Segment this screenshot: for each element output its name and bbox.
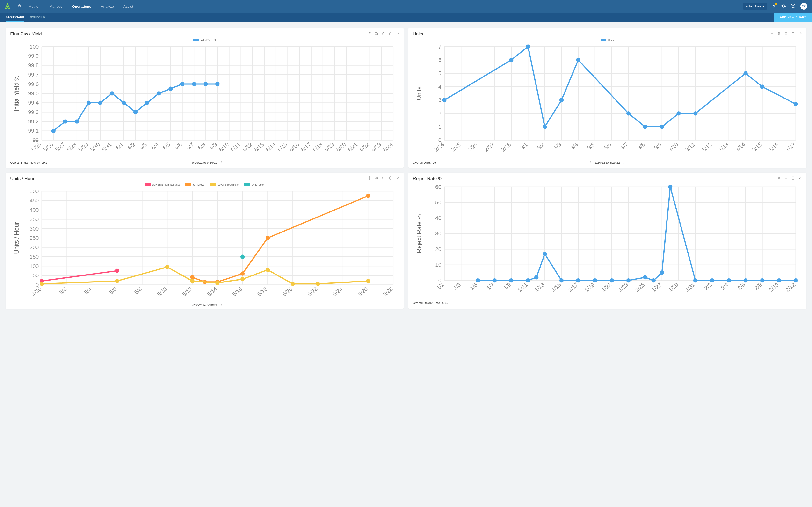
gear-icon[interactable]	[367, 32, 371, 37]
pin-icon[interactable]	[396, 32, 399, 37]
svg-text:3/11: 3/11	[684, 141, 696, 153]
svg-text:3: 3	[439, 97, 442, 103]
svg-text:1/9: 1/9	[502, 282, 512, 291]
svg-point-187	[369, 178, 370, 179]
clipboard-icon[interactable]	[389, 176, 392, 181]
clipboard-icon[interactable]	[791, 32, 795, 37]
svg-text:6/19: 6/19	[323, 141, 336, 153]
svg-text:2/6: 2/6	[737, 282, 746, 291]
svg-text:1/23: 1/23	[617, 282, 629, 293]
pin-icon[interactable]	[798, 176, 802, 181]
svg-rect-188	[376, 177, 378, 179]
gear-icon[interactable]	[770, 176, 774, 181]
svg-text:6/4: 6/4	[150, 141, 160, 151]
svg-text:6/20: 6/20	[335, 141, 347, 153]
chart-legend: Initial Yield %	[10, 39, 399, 42]
prev-range-icon[interactable]: 〈	[588, 160, 591, 165]
settings-icon[interactable]	[781, 3, 786, 9]
chart-card: First Pass Yield Initial Yield % 9999.19…	[6, 28, 404, 168]
svg-point-260	[291, 282, 295, 286]
filter-dropdown[interactable]: select filter ▾	[743, 3, 767, 10]
svg-text:3/4: 3/4	[569, 141, 579, 151]
svg-text:6/11: 6/11	[230, 141, 242, 153]
svg-text:50: 50	[435, 200, 441, 206]
svg-text:2/8: 2/8	[753, 282, 763, 291]
card-title: Units	[413, 32, 423, 37]
svg-point-348	[777, 278, 781, 283]
help-icon[interactable]: ?	[791, 3, 796, 9]
legend-item: Units	[601, 39, 614, 42]
trash-icon[interactable]	[784, 32, 788, 37]
home-icon[interactable]	[17, 4, 22, 9]
prev-range-icon[interactable]: 〈	[185, 160, 189, 165]
chart-summary: Overall Initial Yield %: 99.6	[10, 161, 48, 164]
tab-overview[interactable]: OVERVIEW	[30, 13, 45, 22]
svg-text:99.6: 99.6	[28, 81, 39, 87]
svg-text:3/1: 3/1	[519, 141, 529, 151]
svg-rect-266	[778, 177, 780, 179]
card-header: Units	[413, 32, 802, 37]
svg-text:3/3: 3/3	[553, 141, 562, 151]
svg-text:200: 200	[30, 244, 39, 250]
svg-text:3/9: 3/9	[653, 141, 663, 151]
gear-icon[interactable]	[367, 176, 371, 181]
svg-text:5/16: 5/16	[231, 286, 243, 297]
nav-item-operations[interactable]: Operations	[72, 4, 91, 8]
svg-text:6/21: 6/21	[347, 141, 359, 153]
clipboard-icon[interactable]	[389, 32, 392, 37]
chart-svg: 012345672/242/252/262/272/283/13/23/33/4…	[413, 43, 802, 158]
svg-text:5/2: 5/2	[58, 286, 68, 295]
copy-icon[interactable]	[777, 32, 781, 37]
svg-text:5/18: 5/18	[256, 286, 268, 297]
svg-text:5/24: 5/24	[332, 286, 344, 297]
svg-text:1/11: 1/11	[517, 282, 529, 293]
prev-range-icon[interactable]: 〈	[185, 303, 189, 307]
copy-icon[interactable]	[374, 176, 378, 181]
svg-point-263	[241, 255, 245, 259]
clipboard-icon[interactable]	[791, 176, 795, 181]
notifications-icon[interactable]	[772, 4, 776, 9]
chart-legend: Day Shift - MaintenanceJeff DreyerLevel …	[10, 183, 399, 186]
card-header: Units / Hour	[10, 176, 399, 181]
tab-dashboard[interactable]: DASHBOARD	[6, 13, 24, 22]
svg-text:5/28: 5/28	[66, 141, 78, 153]
svg-point-338	[626, 278, 631, 283]
trash-icon[interactable]	[382, 176, 385, 181]
copy-icon[interactable]	[374, 32, 378, 37]
svg-point-178	[576, 58, 580, 62]
card-footer: Overall Initial Yield %: 99.6〈5/25/22 to…	[10, 161, 399, 164]
add-new-chart-button[interactable]: ADD NEW CHART	[774, 12, 812, 22]
nav-item-author[interactable]: Author	[29, 4, 40, 8]
svg-text:1/7: 1/7	[486, 282, 495, 291]
svg-text:5/20: 5/20	[282, 286, 294, 297]
trash-icon[interactable]	[382, 32, 385, 37]
nav-item-assist[interactable]: Assist	[123, 4, 133, 8]
pin-icon[interactable]	[798, 32, 802, 37]
svg-text:5/26: 5/26	[357, 286, 369, 297]
svg-text:10: 10	[435, 262, 441, 268]
svg-point-342	[668, 185, 672, 189]
date-range-nav: 〈4/30/21 to 5/30/21〉	[185, 303, 224, 307]
chart-area: 01020304050601/11/31/51/71/91/111/131/15…	[413, 183, 802, 299]
svg-point-343	[693, 278, 698, 283]
chart-card: Reject Rate % 01020304050601/11/31/51/71…	[408, 173, 806, 309]
svg-text:5/14: 5/14	[206, 286, 218, 297]
filter-label: select filter	[746, 5, 761, 8]
copy-icon[interactable]	[777, 176, 781, 181]
svg-text:4/30: 4/30	[31, 286, 43, 297]
svg-point-186	[794, 102, 798, 106]
next-range-icon[interactable]: 〉	[221, 160, 224, 165]
next-range-icon[interactable]: 〉	[623, 160, 627, 165]
next-range-icon[interactable]: 〉	[221, 303, 224, 307]
trash-icon[interactable]	[784, 176, 788, 181]
avatar[interactable]: CK	[800, 3, 807, 10]
svg-text:5: 5	[439, 70, 442, 76]
pin-icon[interactable]	[396, 176, 399, 181]
svg-text:60: 60	[435, 184, 441, 190]
nav-item-analyze[interactable]: Analyze	[101, 4, 114, 8]
svg-text:5/6: 5/6	[108, 286, 118, 295]
svg-text:5/10: 5/10	[156, 286, 168, 297]
gear-icon[interactable]	[770, 32, 774, 37]
svg-point-264	[772, 178, 773, 179]
nav-item-manage[interactable]: Manage	[49, 4, 62, 8]
